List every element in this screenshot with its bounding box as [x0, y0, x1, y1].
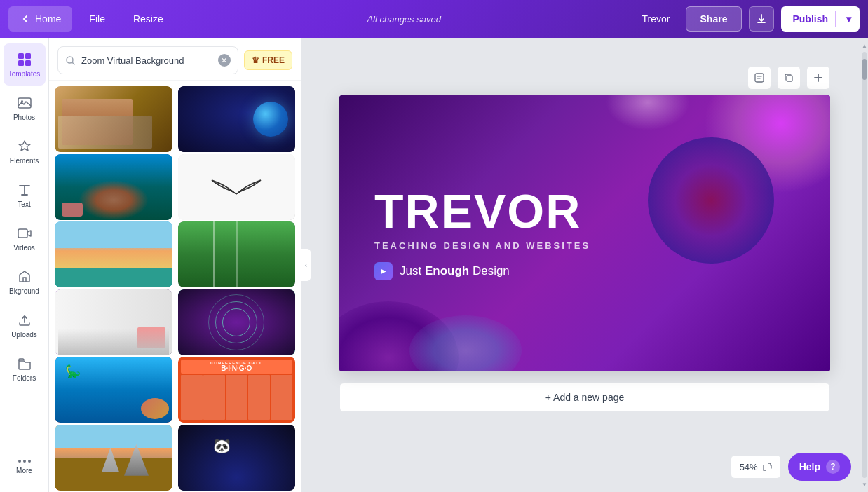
- canvas-add-button[interactable]: [806, 66, 830, 90]
- svg-rect-1: [25, 53, 31, 59]
- canvas-bottom-bar: 54% Help ?: [731, 453, 851, 481]
- wings-svg: [208, 175, 264, 199]
- folders-icon: [17, 356, 32, 371]
- search-icon: [65, 55, 76, 66]
- user-name: Trevor: [634, 13, 679, 25]
- add-icon: [813, 72, 824, 83]
- templates-panel-wrap: ✕ ♛ FREE: [49, 38, 301, 492]
- help-question-icon: ?: [826, 460, 840, 474]
- template-item[interactable]: [55, 289, 172, 355]
- panel-collapse-handle[interactable]: ‹: [301, 248, 311, 282]
- slide-channel-icon: [374, 262, 393, 280]
- sidebar-more-button[interactable]: More: [4, 447, 46, 486]
- template-item[interactable]: [178, 154, 296, 220]
- nav-right-section: Trevor Share Publish ▾: [634, 6, 860, 32]
- search-input[interactable]: [81, 55, 212, 66]
- template-grid: 🦕 CONFERENCE CALL B·I·N·G·O: [49, 81, 301, 492]
- search-clear-button[interactable]: ✕: [218, 54, 231, 67]
- add-page-button[interactable]: + Add a new page: [339, 383, 830, 412]
- slide-channel-name: Just Enough Design: [400, 264, 510, 278]
- sidebar-item-videos[interactable]: Videos: [4, 217, 46, 259]
- notes-icon: [754, 72, 765, 83]
- canvas-scrollbar[interactable]: ▲ ▼: [861, 38, 868, 492]
- download-icon: [756, 13, 767, 25]
- sidebar-item-folders[interactable]: Folders: [4, 348, 46, 390]
- svg-rect-9: [787, 76, 792, 81]
- template-item[interactable]: [55, 221, 172, 287]
- publish-divider: [835, 11, 836, 27]
- download-button[interactable]: [749, 6, 774, 32]
- svg-rect-8: [755, 74, 764, 82]
- canvas-toolbar: [339, 66, 830, 90]
- crown-icon: ♛: [252, 55, 259, 65]
- svg-rect-6: [18, 229, 27, 238]
- sidebar-item-uploads[interactable]: Uploads: [4, 304, 46, 346]
- template-item[interactable]: [55, 425, 172, 491]
- elements-icon: [17, 139, 32, 154]
- template-item[interactable]: [178, 221, 296, 287]
- videos-icon: [17, 226, 32, 241]
- help-button[interactable]: Help ?: [788, 453, 851, 481]
- canvas-area: TREVOR TEACHING DESIGN AND WEBSITES Just…: [301, 38, 868, 492]
- photos-icon: [17, 95, 32, 111]
- more-dots-icon: [18, 460, 31, 463]
- scroll-up-button[interactable]: ▲: [862, 41, 867, 50]
- publish-button[interactable]: Publish ▾: [781, 6, 860, 32]
- svg-rect-0: [18, 53, 24, 59]
- back-arrow-icon: [20, 13, 31, 25]
- sidebar-item-elements[interactable]: Elements: [4, 130, 46, 172]
- slide-content: TREVOR TEACHING DESIGN AND WEBSITES Just…: [339, 95, 830, 371]
- scroll-down-button[interactable]: ▼: [862, 479, 867, 489]
- template-item[interactable]: [178, 289, 296, 355]
- zoom-level: 54%: [740, 462, 758, 472]
- sidebar-item-background[interactable]: Bkground: [4, 261, 46, 303]
- canvas-inner: TREVOR TEACHING DESIGN AND WEBSITES Just…: [301, 38, 868, 492]
- canvas-slide[interactable]: TREVOR TEACHING DESIGN AND WEBSITES Just…: [339, 95, 830, 371]
- canvas-notes-button[interactable]: [747, 66, 771, 90]
- template-item[interactable]: CONFERENCE CALL B·I·N·G·O: [178, 357, 296, 423]
- home-label: Home: [35, 13, 61, 25]
- main-body: Templates Photos Elements Text: [0, 38, 868, 492]
- svg-rect-2: [18, 60, 24, 66]
- sidebar-item-photos[interactable]: Photos: [4, 87, 46, 129]
- scrollbar-thumb[interactable]: [862, 59, 867, 80]
- top-navbar: Home File Resize All changes saved Trevo…: [0, 0, 868, 38]
- slide-channel: Just Enough Design: [374, 262, 795, 280]
- slide-name: TREVOR: [374, 187, 795, 235]
- resize-button[interactable]: Resize: [122, 6, 175, 32]
- share-button[interactable]: Share: [686, 6, 742, 32]
- uploads-icon: [17, 313, 32, 328]
- search-input-wrap[interactable]: ✕: [57, 46, 238, 74]
- add-page-bar: + Add a new page: [339, 383, 830, 412]
- template-item[interactable]: [55, 86, 172, 152]
- fullscreen-icon: [762, 462, 772, 472]
- sidebar-item-templates[interactable]: Templates: [4, 43, 46, 86]
- template-item[interactable]: [55, 154, 172, 220]
- save-status: All changes saved: [180, 14, 628, 25]
- free-filter-badge[interactable]: ♛ FREE: [244, 50, 292, 70]
- search-bar: ✕ ♛ FREE: [49, 38, 301, 81]
- background-icon: [17, 269, 32, 285]
- templates-icon: [17, 52, 32, 67]
- sidebar: Templates Photos Elements Text: [0, 38, 49, 492]
- back-home-button[interactable]: Home: [8, 6, 72, 32]
- template-item[interactable]: [178, 86, 296, 152]
- template-item[interactable]: 🦕: [55, 357, 172, 423]
- svg-rect-3: [25, 60, 31, 66]
- scrollbar-track: [862, 52, 867, 478]
- templates-panel: ✕ ♛ FREE: [49, 38, 301, 492]
- zoom-control[interactable]: 54%: [731, 455, 781, 479]
- sidebar-item-text[interactable]: Text: [4, 174, 46, 216]
- slide-subtitle: TEACHING DESIGN AND WEBSITES: [374, 240, 795, 251]
- publish-dropdown-icon[interactable]: ▾: [837, 6, 860, 32]
- duplicate-icon: [783, 72, 794, 83]
- text-icon: [17, 182, 32, 198]
- file-button[interactable]: File: [78, 6, 116, 32]
- template-item[interactable]: 🐼: [178, 425, 296, 491]
- canvas-duplicate-button[interactable]: [777, 66, 801, 90]
